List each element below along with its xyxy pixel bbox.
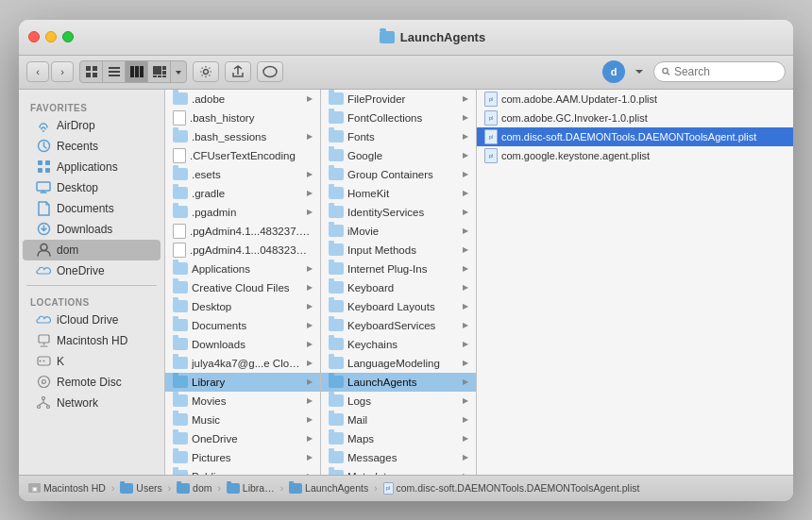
- list-item[interactable]: Logs▶: [321, 392, 476, 411]
- list-item[interactable]: Mail▶: [321, 411, 476, 429]
- view-icons-button[interactable]: [80, 61, 103, 82]
- list-item[interactable]: Keyboard Layouts▶: [321, 297, 476, 316]
- list-item[interactable]: Input Methods▶: [321, 241, 476, 260]
- list-item[interactable]: FileProvider▶: [321, 90, 476, 109]
- list-item[interactable]: .pgAdmin4.1...483237.addr: [165, 222, 320, 241]
- list-item[interactable]: .CFUserTextEncoding: [165, 146, 320, 165]
- svg-rect-5: [109, 71, 120, 73]
- list-item[interactable]: .bash_history: [165, 109, 320, 127]
- tag-button[interactable]: [257, 61, 283, 82]
- list-item[interactable]: Pictures▶: [165, 448, 320, 467]
- list-item[interactable]: .gradle▶: [165, 184, 320, 203]
- finder-window: LaunchAgents ‹ ›: [19, 20, 793, 501]
- close-button[interactable]: [28, 31, 40, 42]
- back-button[interactable]: ‹: [26, 61, 49, 82]
- user-avatar[interactable]: d: [602, 60, 625, 83]
- list-item[interactable]: Desktop▶: [165, 297, 320, 316]
- list-item[interactable]: Creative Cloud Files▶: [165, 278, 320, 297]
- sidebar-item-macintosh[interactable]: Macintosh HD: [23, 330, 161, 351]
- list-item[interactable]: julya4ka7@g...e Cloud Files▶: [165, 354, 320, 373]
- file-item-name: .CFUserTextEncoding: [190, 150, 313, 161]
- folder-icon: [329, 432, 344, 445]
- folder-icon: [329, 357, 344, 369]
- list-item[interactable]: plcom.adobe.GC.Invoker-1.0.plist: [477, 109, 793, 127]
- expand-arrow: ▶: [307, 453, 313, 461]
- list-item[interactable]: plcom.adobe.AAM.Updater-1.0.plist: [477, 90, 793, 109]
- sidebar-item-icloud[interactable]: iCloud Drive: [23, 310, 161, 330]
- titlebar-center: LaunchAgents: [81, 30, 784, 44]
- sidebar-item-macintosh-label: Macintosh HD: [57, 334, 127, 347]
- list-item[interactable]: Keyboard▶: [321, 278, 476, 297]
- share-button[interactable]: [225, 61, 251, 82]
- list-item[interactable]: Internet Plug-Ins▶: [321, 260, 476, 278]
- list-item[interactable]: HomeKit▶: [321, 184, 476, 203]
- list-item[interactable]: Library▶: [165, 373, 320, 392]
- list-item[interactable]: plcom.google.keystone.agent.plist: [477, 146, 793, 165]
- list-item[interactable]: Public▶: [165, 467, 320, 475]
- breadcrumb-item[interactable]: Users: [120, 482, 161, 494]
- breadcrumb-item[interactable]: LaunchAgents: [289, 482, 368, 494]
- list-item[interactable]: FontCollections▶: [321, 109, 476, 127]
- onedrive-icon: [36, 263, 51, 278]
- list-item[interactable]: Applications▶: [165, 260, 320, 278]
- sidebar-item-applications[interactable]: Applications: [23, 157, 161, 177]
- list-item[interactable]: LaunchAgents▶: [321, 373, 476, 392]
- file-item-name: com.adobe.AAM.Updater-1.0.plist: [501, 93, 786, 105]
- avatar-dropdown[interactable]: [631, 61, 648, 82]
- sidebar-item-documents[interactable]: Documents: [23, 198, 161, 219]
- minimize-button[interactable]: [45, 31, 57, 42]
- list-item[interactable]: .pgadmin▶: [165, 203, 320, 222]
- list-item[interactable]: Metadata▶: [321, 467, 476, 475]
- view-gallery-button[interactable]: [148, 61, 171, 82]
- plist-file-icon: pl: [484, 110, 498, 126]
- list-item[interactable]: Fonts▶: [321, 127, 476, 146]
- list-item[interactable]: KeyboardServices▶: [321, 316, 476, 335]
- maximize-button[interactable]: [62, 31, 74, 42]
- list-item[interactable]: LanguageModeling▶: [321, 354, 476, 373]
- forward-button[interactable]: ›: [51, 61, 74, 82]
- list-item[interactable]: .pgAdmin4.1...0483237.log: [165, 241, 320, 260]
- list-item[interactable]: Keychains▶: [321, 335, 476, 354]
- breadcrumb-item[interactable]: plcom.disc-soft.DAEMONTools.DAEMONToolsA…: [383, 482, 640, 495]
- list-item[interactable]: Movies▶: [165, 392, 320, 411]
- sidebar-item-network[interactable]: Network: [23, 393, 161, 413]
- sidebar-item-downloads[interactable]: Downloads: [23, 219, 161, 240]
- breadcrumb-item[interactable]: Libra…: [227, 482, 275, 494]
- view-dropdown-button[interactable]: [171, 61, 186, 82]
- list-item[interactable]: Music▶: [165, 411, 320, 429]
- dom-icon: [36, 243, 51, 258]
- folder-icon: [173, 168, 188, 180]
- expand-arrow: ▶: [307, 302, 313, 310]
- search-box[interactable]: [653, 61, 786, 82]
- breadcrumb-item[interactable]: dom: [177, 482, 211, 494]
- list-item[interactable]: Maps▶: [321, 429, 476, 448]
- list-item[interactable]: .esets▶: [165, 165, 320, 184]
- file-browser: .adobe▶.bash_history.bash_sessions▶.CFUs…: [165, 90, 793, 475]
- list-item[interactable]: .adobe▶: [165, 90, 320, 109]
- sidebar-item-remote[interactable]: Remote Disc: [23, 372, 161, 393]
- list-item[interactable]: iMovie▶: [321, 222, 476, 241]
- list-item[interactable]: Documents▶: [165, 316, 320, 335]
- file-item-name: Mail: [347, 414, 459, 426]
- view-column-button[interactable]: [126, 61, 148, 82]
- list-item[interactable]: IdentityServices▶: [321, 203, 476, 222]
- list-item[interactable]: Downloads▶: [165, 335, 320, 354]
- list-item[interactable]: Messages▶: [321, 448, 476, 467]
- hd-icon: ▣: [28, 483, 41, 493]
- sidebar-item-k[interactable]: K: [23, 351, 161, 372]
- view-list-button[interactable]: [103, 61, 126, 82]
- sidebar-item-dom[interactable]: dom: [23, 240, 161, 260]
- list-item[interactable]: .bash_sessions▶: [165, 127, 320, 146]
- list-item[interactable]: OneDrive▶: [165, 429, 320, 448]
- breadcrumb-item[interactable]: ▣Macintosh HD: [28, 482, 106, 494]
- sidebar-item-airdrop[interactable]: AirDrop: [23, 115, 161, 136]
- sidebar-item-recents[interactable]: Recents: [23, 136, 161, 157]
- search-input[interactable]: [674, 65, 777, 78]
- file-item-name: LaunchAgents: [347, 377, 459, 388]
- list-item[interactable]: Group Containers▶: [321, 165, 476, 184]
- list-item[interactable]: Google▶: [321, 146, 476, 165]
- sidebar-item-desktop[interactable]: Desktop: [23, 177, 161, 198]
- list-item[interactable]: plcom.disc-soft.DAEMONTools.DAEMONToolsA…: [477, 127, 793, 146]
- settings-button[interactable]: [193, 61, 219, 82]
- sidebar-item-onedrive[interactable]: OneDrive: [23, 260, 161, 281]
